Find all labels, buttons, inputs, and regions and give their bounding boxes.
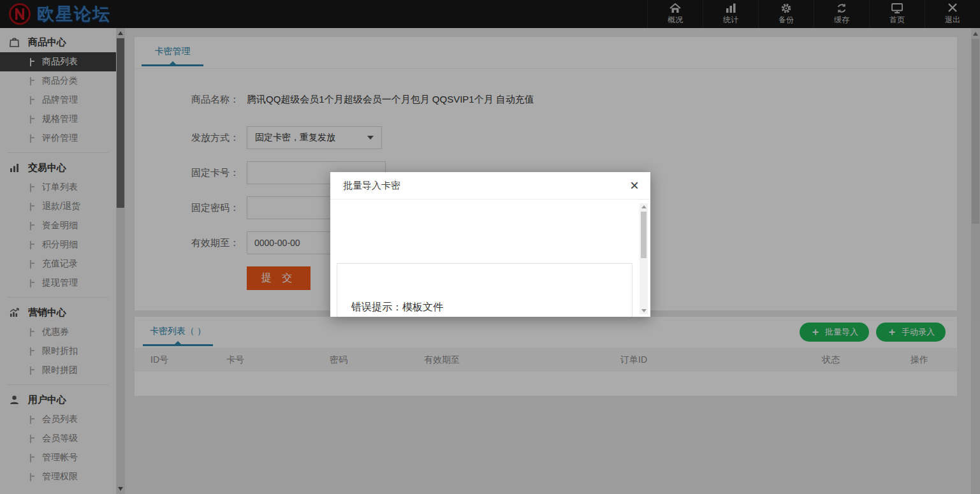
close-icon[interactable]: ×	[630, 178, 639, 193]
modal-header: 批量导入卡密 ×	[330, 172, 650, 200]
app-root: 欧星论坛 概况	[0, 0, 980, 494]
modal-body: 错误提示：模板文件 ./template/webadmin/header_dia…	[330, 200, 650, 317]
modal-title: 批量导入卡密	[343, 180, 400, 192]
error-message-line1: 错误提示：模板文件 ./template/webadmin/header_dia…	[351, 299, 619, 317]
modal-scrollbar[interactable]	[640, 203, 648, 314]
error-message-box: 错误提示：模板文件 ./template/webadmin/header_dia…	[337, 263, 633, 317]
batch-import-modal: 批量导入卡密 × 错误提示：模板文件 ./template/webadmin/h…	[330, 172, 650, 317]
modal-scrollbar-thumb[interactable]	[641, 212, 647, 258]
